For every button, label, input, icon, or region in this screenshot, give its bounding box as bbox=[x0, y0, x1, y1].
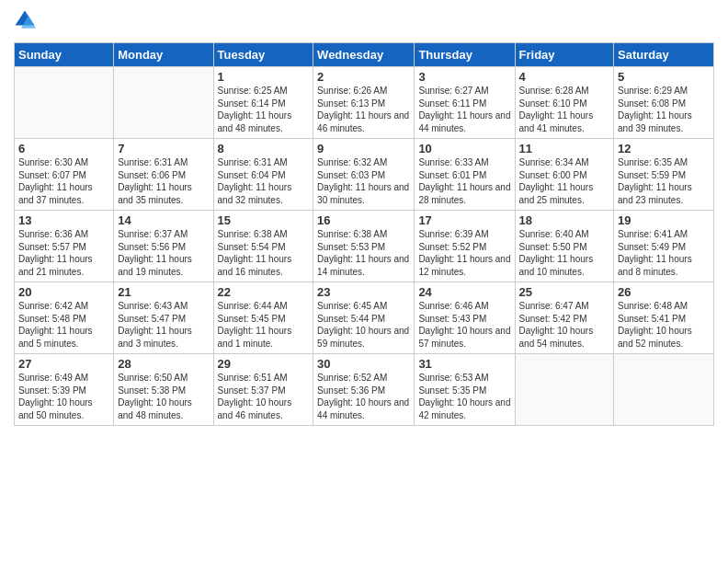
calendar-cell: 24Sunrise: 6:46 AMSunset: 5:43 PMDayligh… bbox=[415, 282, 515, 354]
day-number: 31 bbox=[418, 357, 510, 371]
calendar-cell: 5Sunrise: 6:29 AMSunset: 6:08 PMDaylight… bbox=[614, 67, 714, 139]
day-info: Sunrise: 6:28 AMSunset: 6:10 PMDaylight:… bbox=[519, 85, 610, 134]
weekday-header-wednesday: Wednesday bbox=[313, 43, 415, 67]
day-number: 9 bbox=[317, 142, 410, 155]
calendar-cell: 25Sunrise: 6:47 AMSunset: 5:42 PMDayligh… bbox=[515, 282, 614, 354]
calendar-cell: 15Sunrise: 6:38 AMSunset: 5:54 PMDayligh… bbox=[213, 211, 313, 282]
day-info: Sunrise: 6:44 AMSunset: 5:45 PMDaylight:… bbox=[218, 300, 310, 350]
day-number: 17 bbox=[418, 213, 510, 227]
day-info: Sunrise: 6:27 AMSunset: 6:11 PMDaylight:… bbox=[418, 85, 510, 134]
day-info: Sunrise: 6:34 AMSunset: 6:00 PMDaylight:… bbox=[519, 156, 610, 206]
calendar-cell bbox=[114, 67, 213, 139]
day-info: Sunrise: 6:53 AMSunset: 5:35 PMDaylight:… bbox=[418, 372, 510, 421]
day-info: Sunrise: 6:40 AMSunset: 5:50 PMDaylight:… bbox=[519, 228, 610, 278]
calendar-cell: 12Sunrise: 6:35 AMSunset: 5:59 PMDayligh… bbox=[614, 139, 714, 211]
day-number: 26 bbox=[618, 285, 710, 299]
weekday-header-thursday: Thursday bbox=[415, 43, 515, 67]
day-number: 27 bbox=[18, 357, 109, 371]
day-info: Sunrise: 6:48 AMSunset: 5:41 PMDaylight:… bbox=[618, 300, 710, 350]
calendar-week-row: 27Sunrise: 6:49 AMSunset: 5:39 PMDayligh… bbox=[15, 354, 714, 426]
weekday-header-tuesday: Tuesday bbox=[213, 43, 313, 67]
day-number: 21 bbox=[118, 285, 209, 299]
day-number: 22 bbox=[218, 285, 310, 299]
calendar-cell: 13Sunrise: 6:36 AMSunset: 5:57 PMDayligh… bbox=[15, 211, 114, 282]
weekday-header-monday: Monday bbox=[114, 43, 213, 67]
calendar-cell: 20Sunrise: 6:42 AMSunset: 5:48 PMDayligh… bbox=[15, 282, 114, 354]
day-info: Sunrise: 6:39 AMSunset: 5:52 PMDaylight:… bbox=[418, 228, 510, 278]
weekday-header-saturday: Saturday bbox=[614, 43, 714, 67]
calendar-week-row: 6Sunrise: 6:30 AMSunset: 6:07 PMDaylight… bbox=[15, 139, 714, 211]
calendar-cell: 22Sunrise: 6:44 AMSunset: 5:45 PMDayligh… bbox=[213, 282, 313, 354]
day-number: 7 bbox=[118, 142, 209, 155]
day-number: 8 bbox=[218, 142, 310, 155]
calendar-cell: 30Sunrise: 6:52 AMSunset: 5:36 PMDayligh… bbox=[313, 354, 415, 426]
day-number: 1 bbox=[218, 70, 310, 84]
weekday-header-sunday: Sunday bbox=[15, 43, 114, 67]
day-info: Sunrise: 6:29 AMSunset: 6:08 PMDaylight:… bbox=[618, 85, 710, 134]
day-info: Sunrise: 6:35 AMSunset: 5:59 PMDaylight:… bbox=[618, 156, 710, 206]
header bbox=[14, 9, 714, 35]
day-info: Sunrise: 6:45 AMSunset: 5:44 PMDaylight:… bbox=[317, 300, 410, 350]
day-info: Sunrise: 6:31 AMSunset: 6:04 PMDaylight:… bbox=[218, 156, 310, 206]
calendar-cell: 14Sunrise: 6:37 AMSunset: 5:56 PMDayligh… bbox=[114, 211, 213, 282]
calendar-cell: 21Sunrise: 6:43 AMSunset: 5:47 PMDayligh… bbox=[114, 282, 213, 354]
calendar-cell: 7Sunrise: 6:31 AMSunset: 6:06 PMDaylight… bbox=[114, 139, 213, 211]
calendar-cell: 10Sunrise: 6:33 AMSunset: 6:01 PMDayligh… bbox=[415, 139, 515, 211]
day-info: Sunrise: 6:51 AMSunset: 5:37 PMDaylight:… bbox=[218, 372, 310, 421]
day-info: Sunrise: 6:26 AMSunset: 6:13 PMDaylight:… bbox=[317, 85, 410, 134]
logo bbox=[14, 9, 38, 35]
day-info: Sunrise: 6:46 AMSunset: 5:43 PMDaylight:… bbox=[418, 300, 510, 350]
day-info: Sunrise: 6:41 AMSunset: 5:49 PMDaylight:… bbox=[618, 228, 710, 278]
day-info: Sunrise: 6:43 AMSunset: 5:47 PMDaylight:… bbox=[118, 300, 209, 350]
calendar-cell bbox=[15, 67, 114, 139]
day-number: 14 bbox=[118, 213, 209, 227]
calendar-week-row: 13Sunrise: 6:36 AMSunset: 5:57 PMDayligh… bbox=[15, 211, 714, 282]
day-info: Sunrise: 6:47 AMSunset: 5:42 PMDaylight:… bbox=[519, 300, 610, 350]
day-info: Sunrise: 6:37 AMSunset: 5:56 PMDaylight:… bbox=[118, 228, 209, 278]
day-info: Sunrise: 6:52 AMSunset: 5:36 PMDaylight:… bbox=[317, 372, 410, 421]
weekday-header-row: SundayMondayTuesdayWednesdayThursdayFrid… bbox=[15, 43, 714, 67]
day-number: 13 bbox=[18, 213, 109, 227]
calendar-cell: 6Sunrise: 6:30 AMSunset: 6:07 PMDaylight… bbox=[15, 139, 114, 211]
day-info: Sunrise: 6:33 AMSunset: 6:01 PMDaylight:… bbox=[418, 156, 510, 206]
day-number: 4 bbox=[519, 70, 610, 84]
calendar-cell: 17Sunrise: 6:39 AMSunset: 5:52 PMDayligh… bbox=[415, 211, 515, 282]
day-number: 30 bbox=[317, 357, 410, 371]
day-info: Sunrise: 6:38 AMSunset: 5:54 PMDaylight:… bbox=[218, 228, 310, 278]
day-number: 6 bbox=[18, 142, 109, 155]
calendar-table: SundayMondayTuesdayWednesdayThursdayFrid… bbox=[14, 42, 714, 426]
day-number: 3 bbox=[418, 70, 510, 84]
calendar-cell: 29Sunrise: 6:51 AMSunset: 5:37 PMDayligh… bbox=[213, 354, 313, 426]
weekday-header-friday: Friday bbox=[515, 43, 614, 67]
day-info: Sunrise: 6:32 AMSunset: 6:03 PMDaylight:… bbox=[317, 156, 410, 206]
day-info: Sunrise: 6:38 AMSunset: 5:53 PMDaylight:… bbox=[317, 228, 410, 278]
calendar-cell: 23Sunrise: 6:45 AMSunset: 5:44 PMDayligh… bbox=[313, 282, 415, 354]
day-number: 16 bbox=[317, 213, 410, 227]
day-number: 15 bbox=[218, 213, 310, 227]
day-number: 28 bbox=[118, 357, 209, 371]
page-container: SundayMondayTuesdayWednesdayThursdayFrid… bbox=[0, 0, 728, 435]
day-number: 29 bbox=[218, 357, 310, 371]
day-number: 19 bbox=[618, 213, 710, 227]
calendar-cell bbox=[614, 354, 714, 426]
day-info: Sunrise: 6:50 AMSunset: 5:38 PMDaylight:… bbox=[118, 372, 209, 421]
day-number: 25 bbox=[519, 285, 610, 299]
calendar-cell: 18Sunrise: 6:40 AMSunset: 5:50 PMDayligh… bbox=[515, 211, 614, 282]
day-number: 11 bbox=[519, 142, 610, 155]
day-info: Sunrise: 6:49 AMSunset: 5:39 PMDaylight:… bbox=[18, 372, 109, 421]
day-number: 20 bbox=[18, 285, 109, 299]
calendar-cell: 11Sunrise: 6:34 AMSunset: 6:00 PMDayligh… bbox=[515, 139, 614, 211]
calendar-week-row: 1Sunrise: 6:25 AMSunset: 6:14 PMDaylight… bbox=[15, 67, 714, 139]
day-number: 24 bbox=[418, 285, 510, 299]
day-number: 12 bbox=[618, 142, 710, 155]
day-info: Sunrise: 6:36 AMSunset: 5:57 PMDaylight:… bbox=[18, 228, 109, 278]
day-number: 2 bbox=[317, 70, 410, 84]
day-info: Sunrise: 6:30 AMSunset: 6:07 PMDaylight:… bbox=[18, 156, 109, 206]
calendar-cell: 19Sunrise: 6:41 AMSunset: 5:49 PMDayligh… bbox=[614, 211, 714, 282]
calendar-cell: 16Sunrise: 6:38 AMSunset: 5:53 PMDayligh… bbox=[313, 211, 415, 282]
calendar-cell: 2Sunrise: 6:26 AMSunset: 6:13 PMDaylight… bbox=[313, 67, 415, 139]
calendar-cell: 4Sunrise: 6:28 AMSunset: 6:10 PMDaylight… bbox=[515, 67, 614, 139]
day-info: Sunrise: 6:25 AMSunset: 6:14 PMDaylight:… bbox=[218, 85, 310, 134]
day-info: Sunrise: 6:42 AMSunset: 5:48 PMDaylight:… bbox=[18, 300, 109, 350]
calendar-cell: 27Sunrise: 6:49 AMSunset: 5:39 PMDayligh… bbox=[15, 354, 114, 426]
